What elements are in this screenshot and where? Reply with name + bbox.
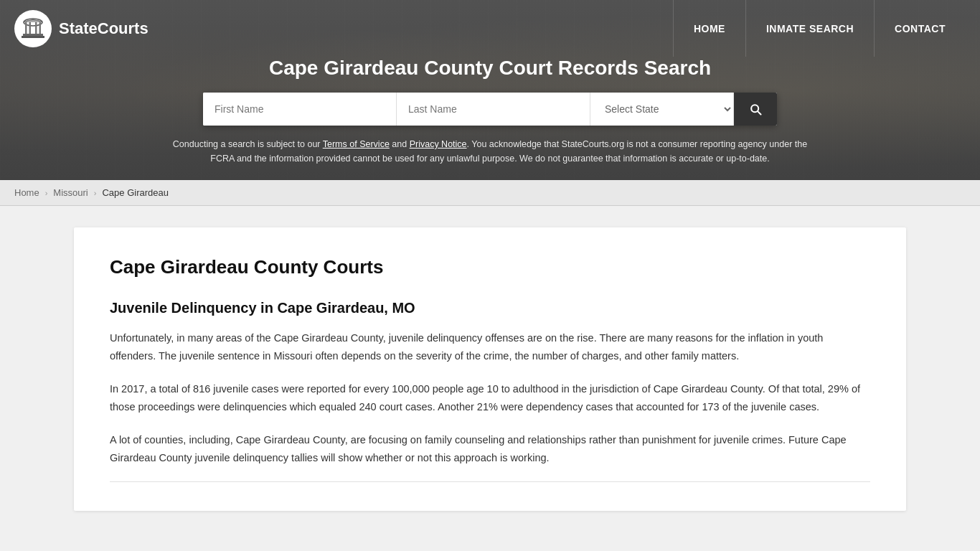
- first-name-input[interactable]: [203, 93, 397, 126]
- search-button[interactable]: [734, 93, 777, 126]
- svg-rect-2: [29, 22, 32, 34]
- svg-rect-5: [23, 34, 43, 36]
- breadcrumb-sep-1: ›: [45, 189, 48, 197]
- breadcrumb-sep-2: ›: [94, 189, 97, 197]
- state-select[interactable]: Select State Alabama Alaska Arizona Arka…: [590, 93, 734, 126]
- site-logo[interactable]: StateCourts: [14, 10, 149, 47]
- svg-rect-4: [39, 22, 42, 34]
- svg-rect-1: [25, 22, 27, 34]
- breadcrumb: Home › Missouri › Cape Girardeau: [14, 187, 966, 198]
- nav-links: HOME INMATE SEARCH CONTACT: [673, 0, 966, 57]
- courthouse-column-icon: [19, 15, 47, 42]
- header-inner: StateCourts HOME INMATE SEARCH CONTACT C…: [0, 0, 980, 180]
- main-content: Cape Girardeau County Courts Juvenile De…: [0, 206, 980, 532]
- nav-home[interactable]: HOME: [673, 0, 745, 57]
- breadcrumb-current: Cape Girardeau: [102, 187, 169, 198]
- last-name-input[interactable]: [397, 93, 590, 126]
- nav-inmate-search[interactable]: INMATE SEARCH: [745, 0, 874, 57]
- logo-icon: [14, 10, 52, 47]
- logo-text: StateCourts: [59, 19, 149, 38]
- content-paragraph-3: A lot of counties, including, Cape Girar…: [110, 431, 870, 468]
- svg-rect-6: [22, 36, 44, 38]
- content-divider: [110, 481, 870, 482]
- search-bar: Select State Alabama Alaska Arizona Arka…: [203, 93, 777, 126]
- svg-rect-3: [35, 22, 37, 34]
- content-paragraph-2: In 2017, a total of 816 juvenile cases w…: [110, 380, 870, 417]
- disclaimer-text: Conducting a search is subject to our Te…: [167, 137, 813, 166]
- content-card: Cape Girardeau County Courts Juvenile De…: [74, 227, 906, 511]
- nav-contact[interactable]: CONTACT: [874, 0, 966, 57]
- breadcrumb-bar: Home › Missouri › Cape Girardeau: [0, 180, 980, 206]
- section1-title: Juvenile Delinquency in Cape Girardeau, …: [110, 300, 870, 316]
- nav-bar: StateCourts HOME INMATE SEARCH CONTACT: [0, 0, 980, 57]
- breadcrumb-state[interactable]: Missouri: [53, 187, 88, 198]
- content-paragraph-1: Unfortunately, in many areas of the Cape…: [110, 329, 870, 366]
- site-header: StateCourts HOME INMATE SEARCH CONTACT C…: [0, 0, 980, 180]
- hero-title: Cape Girardeau County Court Records Sear…: [14, 57, 966, 80]
- terms-link[interactable]: Terms of Service: [323, 139, 390, 149]
- breadcrumb-home[interactable]: Home: [14, 187, 39, 198]
- privacy-link[interactable]: Privacy Notice: [410, 139, 467, 149]
- content-main-title: Cape Girardeau County Courts: [110, 256, 870, 278]
- search-icon: [748, 102, 763, 116]
- hero-search: Cape Girardeau County Court Records Sear…: [0, 57, 980, 180]
